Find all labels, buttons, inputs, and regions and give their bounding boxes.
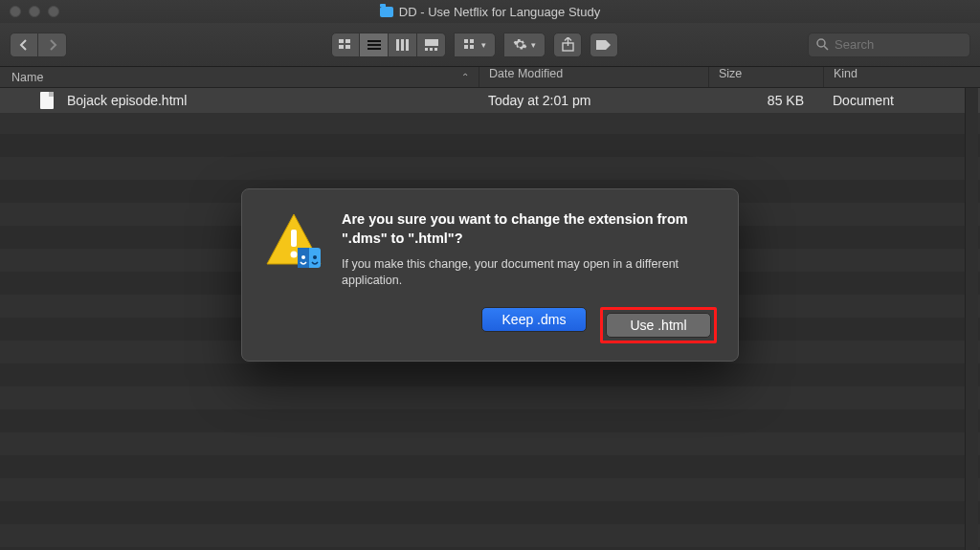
window-controls bbox=[10, 6, 59, 17]
svg-rect-1 bbox=[345, 39, 350, 43]
svg-rect-2 bbox=[339, 45, 344, 49]
svg-rect-5 bbox=[368, 44, 381, 46]
forward-button[interactable] bbox=[38, 33, 67, 57]
dialog-message: If you make this change, your document m… bbox=[342, 256, 717, 290]
alert-icon bbox=[263, 210, 324, 272]
grid-small-icon bbox=[464, 39, 478, 51]
svg-point-19 bbox=[817, 39, 825, 47]
list-view-button[interactable] bbox=[360, 33, 389, 57]
svg-rect-9 bbox=[406, 39, 409, 51]
svg-rect-15 bbox=[470, 39, 474, 43]
chevron-left-icon bbox=[19, 39, 29, 51]
search-icon bbox=[816, 38, 829, 51]
svg-rect-12 bbox=[430, 48, 433, 51]
back-button[interactable] bbox=[10, 33, 38, 57]
tags-button[interactable] bbox=[590, 33, 618, 57]
use-extension-button[interactable]: Use .html bbox=[606, 313, 711, 338]
column-header: Name ⌃ Date Modified Size Kind bbox=[0, 67, 980, 88]
finder-window: DD - Use Netflix for Language Study bbox=[0, 0, 980, 550]
svg-point-22 bbox=[291, 252, 298, 258]
toolbar: ▾ ▾ bbox=[0, 23, 980, 67]
sort-ascending-icon: ⌃ bbox=[461, 72, 469, 82]
svg-rect-14 bbox=[464, 39, 468, 43]
chevron-down-icon: ▾ bbox=[531, 40, 536, 50]
search-input[interactable] bbox=[835, 37, 949, 52]
list-icon bbox=[368, 39, 381, 51]
file-row[interactable]: Bojack episode.html Today at 2:01 pm 85 … bbox=[0, 88, 980, 113]
file-kind: Document bbox=[823, 93, 980, 108]
gallery-icon bbox=[425, 39, 438, 51]
svg-rect-10 bbox=[425, 39, 438, 46]
svg-rect-8 bbox=[401, 39, 404, 51]
vertical-scrollbar[interactable] bbox=[965, 88, 978, 550]
arrange-segment: ▾ bbox=[454, 33, 496, 57]
svg-rect-4 bbox=[368, 40, 381, 42]
svg-rect-13 bbox=[434, 48, 437, 51]
file-date: Today at 2:01 pm bbox=[479, 93, 708, 108]
svg-line-20 bbox=[824, 46, 828, 50]
svg-rect-17 bbox=[470, 45, 474, 49]
dialog-title: Are you sure you want to change the exte… bbox=[342, 210, 717, 248]
titlebar: DD - Use Netflix for Language Study bbox=[0, 0, 980, 23]
svg-rect-7 bbox=[396, 39, 399, 51]
column-name[interactable]: Name ⌃ bbox=[0, 71, 479, 84]
file-name: Bojack episode.html bbox=[67, 93, 187, 108]
keep-extension-button[interactable]: Keep .dms bbox=[481, 307, 587, 332]
close-window-button[interactable] bbox=[10, 6, 21, 17]
view-mode-segment bbox=[331, 33, 446, 57]
column-date[interactable]: Date Modified bbox=[479, 67, 708, 87]
svg-rect-11 bbox=[425, 48, 428, 51]
dialog-body: Are you sure you want to change the exte… bbox=[342, 210, 717, 342]
window-title-text: DD - Use Netflix for Language Study bbox=[399, 5, 600, 19]
chevron-right-icon bbox=[48, 39, 57, 51]
minimize-window-button[interactable] bbox=[29, 6, 40, 17]
svg-rect-3 bbox=[345, 45, 350, 49]
columns-icon bbox=[396, 39, 410, 51]
grid-icon bbox=[339, 39, 352, 51]
nav-buttons bbox=[10, 33, 67, 57]
tag-icon bbox=[595, 39, 612, 51]
svg-rect-0 bbox=[339, 39, 344, 43]
column-view-button[interactable] bbox=[389, 33, 417, 57]
svg-rect-16 bbox=[464, 45, 468, 49]
svg-point-25 bbox=[301, 255, 305, 259]
svg-rect-6 bbox=[368, 48, 381, 50]
dialog-buttons: Keep .dms Use .html bbox=[342, 307, 717, 343]
document-icon bbox=[40, 92, 54, 109]
arrange-button[interactable]: ▾ bbox=[454, 33, 496, 57]
svg-rect-21 bbox=[291, 230, 297, 247]
share-button[interactable] bbox=[553, 33, 582, 57]
action-menu-button[interactable]: ▾ bbox=[503, 33, 546, 57]
chevron-down-icon: ▾ bbox=[481, 40, 486, 50]
extension-change-dialog: Are you sure you want to change the exte… bbox=[241, 188, 739, 361]
folder-icon bbox=[380, 7, 393, 17]
zoom-window-button[interactable] bbox=[48, 6, 59, 17]
gear-icon bbox=[513, 37, 527, 52]
action-segment: ▾ bbox=[503, 33, 546, 57]
share-icon bbox=[562, 37, 574, 52]
column-kind[interactable]: Kind bbox=[823, 67, 980, 87]
file-size: 85 KB bbox=[708, 93, 823, 108]
column-size[interactable]: Size bbox=[708, 67, 823, 87]
highlight-annotation: Use .html bbox=[600, 307, 717, 343]
svg-point-26 bbox=[313, 255, 317, 259]
search-field[interactable] bbox=[808, 33, 970, 57]
icon-view-button[interactable] bbox=[331, 33, 360, 57]
gallery-view-button[interactable] bbox=[417, 33, 446, 57]
window-title: DD - Use Netflix for Language Study bbox=[0, 5, 980, 19]
